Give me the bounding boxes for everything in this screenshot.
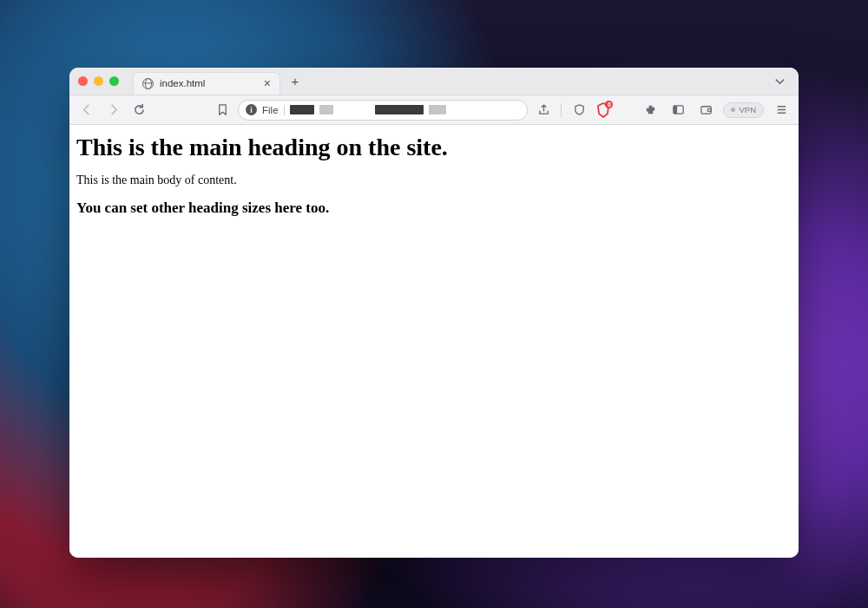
wallet-button[interactable]: [695, 100, 716, 121]
tab-bar: index.html × +: [69, 68, 799, 95]
tabs-dropdown-button[interactable]: [769, 71, 790, 92]
new-tab-button[interactable]: +: [284, 70, 306, 93]
minimize-window-button[interactable]: [94, 76, 103, 86]
url-scheme: File: [262, 105, 279, 115]
sidebar-button[interactable]: [667, 100, 688, 121]
svg-rect-1: [674, 106, 677, 114]
browser-window: index.html × + i File: [69, 68, 799, 558]
svg-rect-2: [701, 107, 711, 114]
separator: [284, 105, 285, 115]
url-redacted-segment: [375, 105, 424, 114]
page-h1: This is the main heading on the site.: [76, 134, 792, 161]
window-controls: [78, 76, 119, 86]
page-h3: You can set other heading sizes here too…: [76, 199, 792, 217]
menu-button[interactable]: [771, 100, 792, 121]
url-redacted-segment: [429, 105, 446, 114]
tab-title: index.html: [160, 78, 205, 88]
forward-button[interactable]: [102, 100, 123, 121]
back-button[interactable]: [76, 100, 97, 121]
url-redacted-segment: [290, 105, 314, 114]
bookmark-button[interactable]: [212, 100, 233, 121]
address-bar[interactable]: i File: [238, 100, 528, 121]
toolbar-right: 0 VPN: [533, 100, 792, 121]
share-button[interactable]: [533, 100, 554, 121]
separator: [561, 103, 562, 117]
vpn-label: VPN: [739, 105, 756, 114]
maximize-window-button[interactable]: [109, 76, 119, 86]
toolbar: i File 0: [69, 95, 799, 125]
site-info-icon[interactable]: i: [246, 104, 257, 115]
reload-button[interactable]: [128, 100, 149, 121]
vpn-button[interactable]: VPN: [723, 102, 764, 118]
globe-icon: [142, 78, 154, 89]
url-redacted-segment: [319, 105, 333, 114]
tab-index-html[interactable]: index.html ×: [133, 72, 280, 95]
shields-button[interactable]: [569, 100, 589, 121]
notification-badge: 0: [605, 101, 613, 108]
brave-rewards-button[interactable]: 0: [596, 102, 610, 118]
close-tab-button[interactable]: ×: [264, 77, 271, 89]
page-body-text: This is the main body of content.: [76, 173, 792, 187]
vpn-status-dot: [731, 108, 735, 112]
extensions-button[interactable]: [640, 100, 661, 121]
close-window-button[interactable]: [78, 76, 88, 86]
page-content: This is the main heading on the site. Th…: [69, 125, 799, 558]
